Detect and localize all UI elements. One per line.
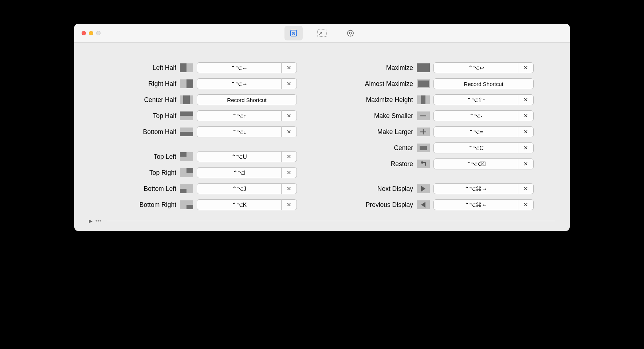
row-top-half: Top Half⌃⌥↑✕: [89, 109, 318, 123]
previous-display-shortcut-control: ⌃⌥⌘←✕: [433, 199, 534, 210]
svg-rect-47: [417, 160, 430, 168]
next-display-label: Next Display: [326, 185, 413, 193]
top-right-clear-button[interactable]: ✕: [282, 167, 297, 178]
maximize-clear-button[interactable]: ✕: [518, 62, 534, 73]
restore-clear-button[interactable]: ✕: [518, 158, 534, 169]
toolbar: ⌘: [284, 26, 360, 40]
row-almost-maximize: Almost MaximizeRecord Shortcut: [326, 77, 555, 91]
restore-shortcut-field[interactable]: ⌃⌥⌫: [433, 158, 518, 169]
close-window-button[interactable]: [82, 31, 86, 35]
maximize-shortcut-field[interactable]: ⌃⌥↩: [433, 62, 518, 73]
maximize-height-shortcut-field[interactable]: ⌃⌥⇧↑: [433, 94, 518, 105]
top-right-shortcut-field[interactable]: ⌃⌥I: [197, 167, 282, 178]
make-larger-icon: [417, 128, 430, 136]
top-half-icon: [180, 111, 193, 120]
row-maximize-height: Maximize Height⌃⌥⇧↑✕: [326, 93, 555, 107]
group-spacer: [89, 141, 318, 148]
maximize-height-clear-button[interactable]: ✕: [518, 94, 534, 105]
top-left-clear-button[interactable]: ✕: [282, 151, 297, 162]
svg-rect-28: [180, 189, 186, 193]
row-previous-display: Previous Display⌃⌥⌘←✕: [326, 198, 555, 212]
row-top-right: Top Right⌃⌥I✕: [89, 166, 318, 180]
top-half-shortcut-field[interactable]: ⌃⌥↑: [197, 110, 282, 121]
previous-display-label: Previous Display: [326, 201, 413, 209]
make-smaller-shortcut-field[interactable]: ⌃⌥-: [433, 110, 518, 121]
left-half-clear-button[interactable]: ✕: [282, 62, 297, 73]
right-column: Maximize⌃⌥↩✕Almost MaximizeRecord Shortc…: [326, 61, 555, 212]
maximize-height-icon: [417, 95, 430, 104]
center-half-shortcut-control: Record Shortcut: [197, 94, 297, 105]
maximize-label: Maximize: [326, 64, 413, 72]
svg-point-4: [349, 32, 352, 34]
top-left-icon: [180, 152, 193, 161]
ellipsis-icon: •••: [95, 218, 102, 224]
top-half-label: Top Half: [89, 112, 176, 120]
next-display-shortcut-control: ⌃⌥⌘→✕: [433, 183, 534, 194]
top-half-shortcut-control: ⌃⌥↑✕: [197, 110, 297, 121]
bottom-left-shortcut-field[interactable]: ⌃⌥J: [197, 183, 282, 194]
svg-rect-24: [180, 152, 186, 157]
row-next-display: Next Display⌃⌥⌘→✕: [326, 182, 555, 196]
almost-maximize-shortcut-control: Record Shortcut: [433, 78, 534, 89]
snap-area-icon: [317, 29, 327, 37]
bottom-half-clear-button[interactable]: ✕: [282, 126, 297, 137]
previous-display-clear-button[interactable]: ✕: [518, 199, 534, 210]
svg-rect-32: [417, 63, 430, 72]
top-right-label: Top Right: [89, 169, 176, 177]
make-smaller-clear-button[interactable]: ✕: [518, 110, 534, 121]
center-half-label: Center Half: [89, 96, 176, 104]
svg-text:⌘: ⌘: [292, 31, 295, 35]
row-bottom-right: Bottom Right⌃⌥K✕: [89, 198, 318, 212]
preferences-window: ⌘: [74, 24, 570, 231]
next-display-icon: [417, 184, 430, 193]
make-larger-shortcut-field[interactable]: ⌃⌥=: [433, 126, 518, 137]
gear-icon: [346, 29, 354, 37]
top-half-clear-button[interactable]: ✕: [282, 110, 297, 121]
almost-maximize-shortcut-field[interactable]: Record Shortcut: [433, 78, 534, 89]
row-center: Center⌃⌥C✕: [326, 141, 555, 155]
traffic-lights: [82, 31, 101, 35]
bottom-right-shortcut-field[interactable]: ⌃⌥K: [197, 199, 282, 210]
center-clear-button[interactable]: ✕: [518, 142, 534, 153]
maximize-height-label: Maximize Height: [326, 96, 413, 104]
top-left-shortcut-field[interactable]: ⌃⌥U: [197, 151, 282, 162]
row-top-left: Top Left⌃⌥U✕: [89, 150, 318, 164]
center-half-shortcut-field[interactable]: Record Shortcut: [197, 94, 297, 105]
make-larger-shortcut-control: ⌃⌥=✕: [433, 126, 534, 137]
next-display-clear-button[interactable]: ✕: [518, 183, 534, 194]
right-half-clear-button[interactable]: ✕: [282, 78, 297, 89]
left-half-shortcut-control: ⌃⌥←✕: [197, 62, 297, 73]
left-half-shortcut-field[interactable]: ⌃⌥←: [197, 62, 282, 73]
zoom-window-button[interactable]: [96, 31, 101, 35]
make-smaller-label: Make Smaller: [326, 112, 413, 120]
svg-rect-2: [318, 30, 326, 36]
tab-snap-areas[interactable]: [313, 26, 331, 40]
bottom-half-shortcut-control: ⌃⌥↓✕: [197, 126, 297, 137]
bottom-left-clear-button[interactable]: ✕: [282, 183, 297, 194]
restore-icon: [417, 160, 430, 168]
center-half-icon: [180, 95, 193, 104]
row-right-half: Right Half⌃⌥→✕: [89, 77, 318, 91]
row-make-smaller: Make Smaller⌃⌥-✕: [326, 109, 555, 123]
row-restore: Restore⌃⌥⌫✕: [326, 157, 555, 171]
make-smaller-icon: [417, 111, 430, 120]
right-half-shortcut-control: ⌃⌥→✕: [197, 78, 297, 89]
minimize-window-button[interactable]: [89, 31, 93, 35]
disclosure-triangle[interactable]: ▶: [89, 218, 93, 224]
make-larger-clear-button[interactable]: ✕: [518, 126, 534, 137]
bottom-right-clear-button[interactable]: ✕: [282, 199, 297, 210]
previous-display-shortcut-field[interactable]: ⌃⌥⌘←: [433, 199, 518, 210]
titlebar: ⌘: [74, 24, 570, 43]
bottom-half-shortcut-field[interactable]: ⌃⌥↓: [197, 126, 282, 137]
right-half-shortcut-field[interactable]: ⌃⌥→: [197, 78, 282, 89]
bottom-half-icon: [180, 128, 193, 136]
svg-rect-26: [186, 168, 193, 173]
tab-shortcuts[interactable]: ⌘: [284, 26, 303, 40]
svg-rect-20: [180, 111, 193, 116]
center-icon: [417, 144, 430, 152]
next-display-shortcut-field[interactable]: ⌃⌥⌘→: [433, 183, 518, 194]
top-right-icon: [180, 168, 193, 177]
tab-settings[interactable]: [341, 26, 360, 40]
center-shortcut-field[interactable]: ⌃⌥C: [433, 142, 518, 153]
right-half-label: Right Half: [89, 80, 176, 88]
